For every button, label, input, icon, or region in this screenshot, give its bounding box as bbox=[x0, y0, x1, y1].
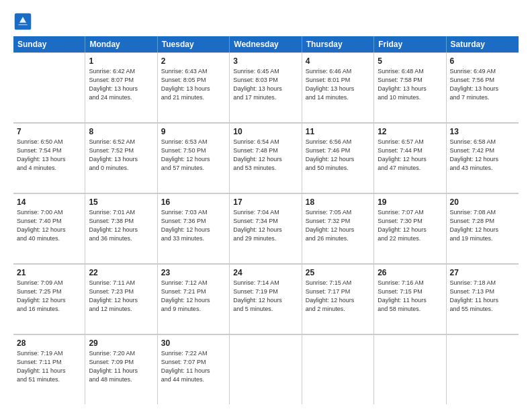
calendar-header: SundayMondayTuesdayWednesdayThursdayFrid… bbox=[13, 36, 519, 52]
day-info: Sunrise: 7:04 AM Sunset: 7:34 PM Dayligh… bbox=[233, 209, 282, 241]
cal-header-friday: Friday bbox=[374, 36, 446, 52]
day-number: 7 bbox=[17, 126, 81, 137]
day-number: 25 bbox=[306, 267, 370, 278]
day-number: 18 bbox=[306, 197, 370, 208]
day-info: Sunrise: 6:57 AM Sunset: 7:44 PM Dayligh… bbox=[378, 138, 427, 171]
day-number: 15 bbox=[89, 197, 153, 208]
day-info: Sunrise: 7:07 AM Sunset: 7:30 PM Dayligh… bbox=[378, 209, 427, 241]
cal-cell-16: 16Sunrise: 7:03 AM Sunset: 7:36 PM Dayli… bbox=[158, 193, 230, 263]
day-number: 1 bbox=[89, 56, 153, 66]
cal-cell-5: 5Sunrise: 6:48 AM Sunset: 7:58 PM Daylig… bbox=[374, 52, 446, 122]
cal-cell-empty bbox=[230, 334, 302, 404]
day-info: Sunrise: 6:48 AM Sunset: 7:58 PM Dayligh… bbox=[378, 68, 427, 100]
cal-cell-6: 6Sunrise: 6:49 AM Sunset: 7:56 PM Daylig… bbox=[447, 52, 519, 122]
day-number: 13 bbox=[450, 126, 515, 137]
day-number: 21 bbox=[17, 267, 81, 278]
cal-cell-12: 12Sunrise: 6:57 AM Sunset: 7:44 PM Dayli… bbox=[374, 123, 446, 193]
cal-cell-27: 27Sunrise: 7:18 AM Sunset: 7:13 PM Dayli… bbox=[447, 264, 519, 334]
day-info: Sunrise: 7:19 AM Sunset: 7:11 PM Dayligh… bbox=[17, 350, 66, 382]
day-info: Sunrise: 7:20 AM Sunset: 7:09 PM Dayligh… bbox=[89, 350, 138, 382]
day-number: 10 bbox=[233, 126, 298, 137]
day-number: 30 bbox=[161, 338, 226, 349]
svg-rect-2 bbox=[18, 23, 28, 25]
day-number: 19 bbox=[378, 197, 442, 208]
day-number: 27 bbox=[450, 267, 515, 278]
cal-cell-23: 23Sunrise: 7:12 AM Sunset: 7:21 PM Dayli… bbox=[158, 264, 230, 334]
day-info: Sunrise: 6:50 AM Sunset: 7:54 PM Dayligh… bbox=[17, 138, 66, 171]
day-number: 24 bbox=[233, 267, 298, 278]
cal-cell-18: 18Sunrise: 7:05 AM Sunset: 7:32 PM Dayli… bbox=[302, 193, 374, 263]
cal-row-2: 14Sunrise: 7:00 AM Sunset: 7:40 PM Dayli… bbox=[13, 193, 519, 264]
day-number: 20 bbox=[450, 197, 515, 208]
day-number: 16 bbox=[161, 197, 226, 208]
cal-cell-1: 1Sunrise: 6:42 AM Sunset: 8:07 PM Daylig… bbox=[85, 52, 157, 122]
cal-cell-28: 28Sunrise: 7:19 AM Sunset: 7:11 PM Dayli… bbox=[13, 334, 85, 404]
cal-header-saturday: Saturday bbox=[447, 36, 519, 52]
cal-cell-3: 3Sunrise: 6:45 AM Sunset: 8:03 PM Daylig… bbox=[230, 52, 302, 122]
day-number: 17 bbox=[233, 197, 298, 208]
calendar-body: 1Sunrise: 6:42 AM Sunset: 8:07 PM Daylig… bbox=[13, 52, 519, 404]
day-info: Sunrise: 7:08 AM Sunset: 7:28 PM Dayligh… bbox=[450, 209, 499, 241]
cal-cell-24: 24Sunrise: 7:14 AM Sunset: 7:19 PM Dayli… bbox=[230, 264, 302, 334]
day-info: Sunrise: 6:56 AM Sunset: 7:46 PM Dayligh… bbox=[306, 138, 355, 171]
day-number: 5 bbox=[378, 56, 442, 66]
cal-cell-30: 30Sunrise: 7:22 AM Sunset: 7:07 PM Dayli… bbox=[158, 334, 230, 404]
cal-header-monday: Monday bbox=[85, 36, 157, 52]
cal-row-4: 28Sunrise: 7:19 AM Sunset: 7:11 PM Dayli… bbox=[13, 334, 519, 404]
day-info: Sunrise: 7:15 AM Sunset: 7:17 PM Dayligh… bbox=[306, 279, 355, 312]
cal-cell-25: 25Sunrise: 7:15 AM Sunset: 7:17 PM Dayli… bbox=[302, 264, 374, 334]
cal-cell-21: 21Sunrise: 7:09 AM Sunset: 7:25 PM Dayli… bbox=[13, 264, 85, 334]
day-number: 11 bbox=[306, 126, 370, 137]
day-number: 14 bbox=[17, 197, 81, 208]
cal-row-0: 1Sunrise: 6:42 AM Sunset: 8:07 PM Daylig… bbox=[13, 52, 519, 123]
day-number: 28 bbox=[17, 338, 81, 349]
cal-header-sunday: Sunday bbox=[13, 36, 85, 52]
day-info: Sunrise: 7:18 AM Sunset: 7:13 PM Dayligh… bbox=[450, 279, 499, 312]
cal-cell-13: 13Sunrise: 6:58 AM Sunset: 7:42 PM Dayli… bbox=[447, 123, 519, 193]
calendar: SundayMondayTuesdayWednesdayThursdayFrid… bbox=[13, 36, 519, 404]
logo-icon bbox=[13, 12, 32, 31]
cal-cell-26: 26Sunrise: 7:16 AM Sunset: 7:15 PM Dayli… bbox=[374, 264, 446, 334]
day-info: Sunrise: 7:01 AM Sunset: 7:38 PM Dayligh… bbox=[89, 209, 138, 241]
day-info: Sunrise: 7:16 AM Sunset: 7:15 PM Dayligh… bbox=[378, 279, 427, 312]
cal-cell-19: 19Sunrise: 7:07 AM Sunset: 7:30 PM Dayli… bbox=[374, 193, 446, 263]
cal-cell-22: 22Sunrise: 7:11 AM Sunset: 7:23 PM Dayli… bbox=[85, 264, 157, 334]
day-number: 23 bbox=[161, 267, 226, 278]
cal-cell-10: 10Sunrise: 6:54 AM Sunset: 7:48 PM Dayli… bbox=[230, 123, 302, 193]
day-number: 6 bbox=[450, 56, 515, 66]
day-number: 4 bbox=[306, 56, 370, 66]
cal-cell-17: 17Sunrise: 7:04 AM Sunset: 7:34 PM Dayli… bbox=[230, 193, 302, 263]
day-info: Sunrise: 7:14 AM Sunset: 7:19 PM Dayligh… bbox=[233, 279, 282, 312]
day-info: Sunrise: 7:03 AM Sunset: 7:36 PM Dayligh… bbox=[161, 209, 210, 241]
day-info: Sunrise: 7:09 AM Sunset: 7:25 PM Dayligh… bbox=[17, 279, 66, 312]
cal-cell-empty bbox=[374, 334, 446, 404]
cal-cell-9: 9Sunrise: 6:53 AM Sunset: 7:50 PM Daylig… bbox=[158, 123, 230, 193]
day-info: Sunrise: 6:45 AM Sunset: 8:03 PM Dayligh… bbox=[233, 68, 282, 100]
day-number: 12 bbox=[378, 126, 442, 137]
cal-cell-15: 15Sunrise: 7:01 AM Sunset: 7:38 PM Dayli… bbox=[85, 193, 157, 263]
day-info: Sunrise: 7:05 AM Sunset: 7:32 PM Dayligh… bbox=[306, 209, 355, 241]
day-info: Sunrise: 7:12 AM Sunset: 7:21 PM Dayligh… bbox=[161, 279, 210, 312]
day-info: Sunrise: 6:54 AM Sunset: 7:48 PM Dayligh… bbox=[233, 138, 282, 171]
day-info: Sunrise: 6:58 AM Sunset: 7:42 PM Dayligh… bbox=[450, 138, 499, 171]
day-number: 3 bbox=[233, 56, 298, 66]
cal-row-1: 7Sunrise: 6:50 AM Sunset: 7:54 PM Daylig… bbox=[13, 123, 519, 193]
day-info: Sunrise: 6:52 AM Sunset: 7:52 PM Dayligh… bbox=[89, 138, 138, 171]
cal-cell-empty bbox=[13, 52, 85, 122]
day-info: Sunrise: 7:11 AM Sunset: 7:23 PM Dayligh… bbox=[89, 279, 138, 312]
day-info: Sunrise: 6:46 AM Sunset: 8:01 PM Dayligh… bbox=[306, 68, 355, 100]
cal-cell-20: 20Sunrise: 7:08 AM Sunset: 7:28 PM Dayli… bbox=[447, 193, 519, 263]
day-number: 2 bbox=[161, 56, 226, 66]
cal-cell-4: 4Sunrise: 6:46 AM Sunset: 8:01 PM Daylig… bbox=[302, 52, 374, 122]
day-info: Sunrise: 6:53 AM Sunset: 7:50 PM Dayligh… bbox=[161, 138, 210, 171]
cal-header-thursday: Thursday bbox=[302, 36, 374, 52]
day-info: Sunrise: 7:00 AM Sunset: 7:40 PM Dayligh… bbox=[17, 209, 66, 241]
cal-cell-empty bbox=[302, 334, 374, 404]
day-info: Sunrise: 6:43 AM Sunset: 8:05 PM Dayligh… bbox=[161, 68, 210, 100]
day-number: 22 bbox=[89, 267, 153, 278]
day-info: Sunrise: 6:42 AM Sunset: 8:07 PM Dayligh… bbox=[89, 68, 138, 100]
cal-cell-empty bbox=[447, 334, 519, 404]
cal-cell-14: 14Sunrise: 7:00 AM Sunset: 7:40 PM Dayli… bbox=[13, 193, 85, 263]
day-info: Sunrise: 7:22 AM Sunset: 7:07 PM Dayligh… bbox=[161, 350, 210, 382]
cal-header-wednesday: Wednesday bbox=[230, 36, 302, 52]
